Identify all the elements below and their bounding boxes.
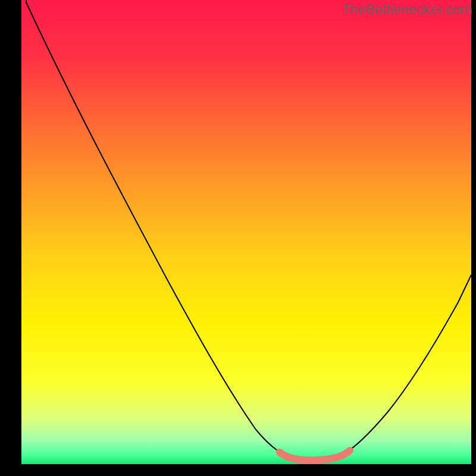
left-border-2 <box>0 0 21 476</box>
bottom-border-2 <box>0 464 476 476</box>
plot-background-full <box>21 0 471 464</box>
bottleneck-chart: TheBottlenecker.com <box>0 0 476 476</box>
right-border-2 <box>471 0 476 476</box>
watermark-text: TheBottlenecker.com <box>342 1 472 18</box>
chart-svg <box>0 0 476 476</box>
